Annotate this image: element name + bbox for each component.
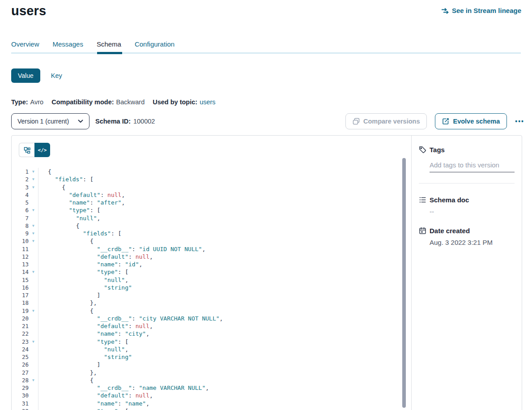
line-number: 10 <box>12 238 29 244</box>
code-line: 7 "null", <box>12 214 411 222</box>
line-number: 15 <box>12 277 29 283</box>
tab-overview[interactable]: Overview <box>11 40 39 52</box>
fold-toggle-icon[interactable]: ▼ <box>29 208 38 212</box>
fold-toggle-icon[interactable]: ▼ <box>29 224 38 228</box>
line-number: 30 <box>12 392 29 399</box>
fold-toggle-icon[interactable]: ▼ <box>29 309 38 313</box>
tab-schema[interactable]: Schema <box>97 40 121 52</box>
code-text: { <box>38 376 411 384</box>
stream-lineage-link[interactable]: See in Stream lineage <box>441 7 521 14</box>
compare-versions-icon <box>353 118 360 125</box>
fold-toggle-icon[interactable]: ▼ <box>29 270 38 274</box>
tab-messages[interactable]: Messages <box>53 40 83 52</box>
code-text: "fields": [ <box>38 230 411 237</box>
line-number: 29 <box>12 384 29 391</box>
schema-meta: Type: Avro Compatibility mode: Backward … <box>11 98 216 106</box>
used-by-topic-label: Used by topic: <box>153 98 197 106</box>
stream-lineage-icon <box>441 8 449 14</box>
fold-toggle-icon[interactable]: ▼ <box>29 177 38 181</box>
code-line: 19▼ { <box>12 307 411 315</box>
schema-id-value: 100002 <box>133 118 155 125</box>
code-line: 28▼ { <box>12 376 411 384</box>
schema-doc-heading: Schema doc <box>430 196 469 204</box>
used-by-topic-link[interactable]: users <box>200 98 215 106</box>
line-number: 21 <box>12 323 29 329</box>
type-label: Type: <box>11 98 28 106</box>
code-text: "name": "after", <box>38 199 411 206</box>
line-number: 18 <box>12 299 29 306</box>
code-line: 32▼ "type": [ <box>12 407 411 410</box>
code-text: "type": [ <box>38 338 411 346</box>
code-text: "__crdb__": "name VARCHAR NULL", <box>38 384 411 392</box>
code-line: 11 "__crdb__": "id UUID NOT NULL", <box>12 245 411 253</box>
code-text: "null", <box>38 276 411 284</box>
schema-panel: </> 1▼{2▼ "fields": [3▼ {4 "default": nu… <box>11 135 522 410</box>
code-view-button[interactable]: </> <box>34 143 50 157</box>
tab-bar: Overview Messages Schema Configuration <box>11 40 174 52</box>
code-text: "null", <box>38 346 411 353</box>
value-toggle-button[interactable]: Value <box>11 68 40 83</box>
code-line: 23▼ "type": [ <box>12 338 411 346</box>
line-number: 16 <box>12 284 29 291</box>
fold-toggle-icon[interactable]: ▼ <box>29 239 38 243</box>
code-text: "type": [ <box>38 268 411 276</box>
line-number: 24 <box>12 346 29 353</box>
code-line: 14▼ "type": [ <box>12 268 411 276</box>
tag-icon <box>419 146 427 154</box>
tab-underline-track <box>11 52 521 54</box>
fold-toggle-icon[interactable]: ▼ <box>29 378 38 382</box>
more-options-button[interactable]: ••• <box>515 118 524 125</box>
code-line: 16 "string" <box>12 284 411 291</box>
version-select-value: Version 1 (current) <box>17 118 69 125</box>
tab-configuration[interactable]: Configuration <box>135 40 174 52</box>
code-line: 15 "null", <box>12 276 411 284</box>
type-value: Avro <box>30 98 44 106</box>
tree-view-button[interactable] <box>19 143 34 157</box>
fold-toggle-icon[interactable]: ▼ <box>29 170 38 174</box>
line-number: 9 <box>12 230 29 237</box>
tags-input[interactable] <box>430 161 515 172</box>
editor-scrollbar[interactable] <box>402 158 406 408</box>
line-number: 27 <box>12 369 29 376</box>
date-created-value: Aug. 3 2022 3:21 PM <box>430 239 515 246</box>
line-number: 11 <box>12 246 29 252</box>
line-number: 22 <box>12 330 29 337</box>
code-line: 20 "__crdb__": "city VARCHAR NOT NULL", <box>12 315 411 322</box>
compatibility-label: Compatibility mode: <box>51 98 114 106</box>
code-text: "type": [ <box>38 407 411 410</box>
line-number: 7 <box>12 215 29 222</box>
line-number: 14 <box>12 269 29 275</box>
schema-id-label: Schema ID: <box>95 118 131 125</box>
code-text: { <box>38 168 411 175</box>
line-number: 6 <box>12 207 29 214</box>
code-line: 9▼ "fields": [ <box>12 230 411 237</box>
code-line: 13 "name": "id", <box>12 261 411 268</box>
evolve-schema-button[interactable]: Evolve schema <box>435 113 507 129</box>
code-line: 31 "name": "name", <box>12 400 411 407</box>
code-text: "string" <box>38 353 411 361</box>
fold-toggle-icon[interactable]: ▼ <box>29 340 38 344</box>
code-text: "null", <box>38 214 411 222</box>
line-number: 23 <box>12 338 29 345</box>
compare-versions-button[interactable]: Compare versions <box>345 113 427 129</box>
key-toggle-button[interactable]: Key <box>51 72 62 79</box>
code-line: 3▼ { <box>12 184 411 191</box>
fold-toggle-icon[interactable]: ▼ <box>29 185 38 189</box>
line-number: 13 <box>12 261 29 268</box>
code-text: "default": null, <box>38 322 411 330</box>
fold-toggle-icon[interactable]: ▼ <box>29 231 38 235</box>
calendar-icon <box>419 227 427 235</box>
code-text: }, <box>38 299 411 307</box>
code-view-icon: </> <box>38 147 47 153</box>
code-text: "default": null, <box>38 253 411 261</box>
tab-active-indicator <box>97 52 122 54</box>
compatibility-value: Backward <box>116 98 145 106</box>
code-text: }, <box>38 369 411 376</box>
date-created-heading: Date created <box>430 227 470 235</box>
code-text: "__crdb__": "city VARCHAR NOT NULL", <box>38 315 411 322</box>
code-line: 30 "default": null, <box>12 392 411 399</box>
line-number: 17 <box>12 292 29 299</box>
version-select[interactable]: Version 1 (current) <box>11 113 89 129</box>
code-text: { <box>38 307 411 315</box>
code-line: 5 "name": "after", <box>12 199 411 206</box>
